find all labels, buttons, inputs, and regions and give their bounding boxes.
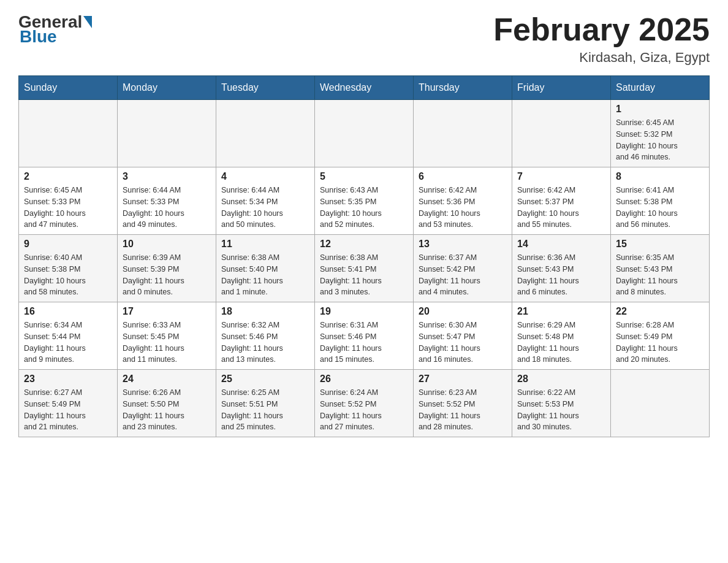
calendar-day-cell: 12Sunrise: 6:38 AMSunset: 5:41 PMDayligh… — [315, 235, 414, 302]
month-title: February 2025 — [493, 12, 710, 47]
calendar-header-row: SundayMondayTuesdayWednesdayThursdayFrid… — [19, 76, 710, 100]
day-info: Sunrise: 6:31 AMSunset: 5:46 PMDaylight:… — [320, 320, 408, 366]
day-info: Sunrise: 6:35 AMSunset: 5:43 PMDaylight:… — [616, 252, 704, 298]
calendar-day-cell: 21Sunrise: 6:29 AMSunset: 5:48 PMDayligh… — [512, 302, 611, 370]
calendar-day-cell: 5Sunrise: 6:43 AMSunset: 5:35 PMDaylight… — [315, 167, 414, 235]
day-number: 5 — [320, 171, 408, 182]
calendar-weekday-header: Monday — [118, 76, 216, 100]
page-header: General Blue February 2025 Kirdasah, Giz… — [18, 12, 710, 66]
calendar-week-row: 23Sunrise: 6:27 AMSunset: 5:49 PMDayligh… — [19, 370, 710, 437]
day-number: 28 — [517, 373, 605, 385]
day-info: Sunrise: 6:45 AMSunset: 5:33 PMDaylight:… — [24, 185, 112, 231]
calendar-day-cell — [216, 100, 315, 167]
calendar-weekday-header: Friday — [512, 76, 611, 100]
day-number: 4 — [221, 171, 309, 182]
day-number: 6 — [419, 171, 507, 182]
day-number: 25 — [221, 373, 309, 385]
calendar-day-cell: 13Sunrise: 6:37 AMSunset: 5:42 PMDayligh… — [414, 235, 512, 302]
day-info: Sunrise: 6:22 AMSunset: 5:53 PMDaylight:… — [517, 387, 605, 433]
calendar-day-cell: 20Sunrise: 6:30 AMSunset: 5:47 PMDayligh… — [414, 302, 512, 370]
calendar-day-cell: 19Sunrise: 6:31 AMSunset: 5:46 PMDayligh… — [315, 302, 414, 370]
day-info: Sunrise: 6:38 AMSunset: 5:40 PMDaylight:… — [221, 252, 309, 298]
day-number: 8 — [616, 171, 704, 182]
day-number: 20 — [419, 306, 507, 317]
day-number: 22 — [616, 306, 704, 317]
location-title: Kirdasah, Giza, Egypt — [493, 50, 710, 66]
calendar-weekday-header: Sunday — [19, 76, 118, 100]
day-number: 24 — [123, 373, 211, 385]
calendar-day-cell: 11Sunrise: 6:38 AMSunset: 5:40 PMDayligh… — [216, 235, 315, 302]
calendar-day-cell: 1Sunrise: 6:45 AMSunset: 5:32 PMDaylight… — [611, 100, 710, 167]
day-info: Sunrise: 6:38 AMSunset: 5:41 PMDaylight:… — [320, 252, 408, 298]
day-info: Sunrise: 6:30 AMSunset: 5:47 PMDaylight:… — [419, 320, 507, 366]
day-number: 23 — [24, 373, 112, 385]
calendar-day-cell: 7Sunrise: 6:42 AMSunset: 5:37 PMDaylight… — [512, 167, 611, 235]
calendar-day-cell — [512, 100, 611, 167]
calendar-day-cell — [611, 370, 710, 437]
day-info: Sunrise: 6:45 AMSunset: 5:32 PMDaylight:… — [616, 117, 704, 163]
calendar-day-cell: 6Sunrise: 6:42 AMSunset: 5:36 PMDaylight… — [414, 167, 512, 235]
calendar-day-cell — [19, 100, 118, 167]
calendar-day-cell: 28Sunrise: 6:22 AMSunset: 5:53 PMDayligh… — [512, 370, 611, 437]
day-info: Sunrise: 6:44 AMSunset: 5:33 PMDaylight:… — [123, 185, 211, 231]
calendar-weekday-header: Tuesday — [216, 76, 315, 100]
logo-blue-text: Blue — [20, 27, 57, 46]
calendar-day-cell: 10Sunrise: 6:39 AMSunset: 5:39 PMDayligh… — [118, 235, 216, 302]
day-info: Sunrise: 6:40 AMSunset: 5:38 PMDaylight:… — [24, 252, 112, 298]
calendar-weekday-header: Saturday — [611, 76, 710, 100]
day-info: Sunrise: 6:23 AMSunset: 5:52 PMDaylight:… — [419, 387, 507, 433]
day-number: 27 — [419, 373, 507, 385]
day-number: 12 — [320, 239, 408, 250]
calendar-day-cell: 18Sunrise: 6:32 AMSunset: 5:46 PMDayligh… — [216, 302, 315, 370]
day-info: Sunrise: 6:41 AMSunset: 5:38 PMDaylight:… — [616, 185, 704, 231]
day-number: 1 — [616, 104, 704, 115]
logo-area: General Blue — [18, 12, 93, 47]
day-info: Sunrise: 6:29 AMSunset: 5:48 PMDaylight:… — [517, 320, 605, 366]
day-info: Sunrise: 6:43 AMSunset: 5:35 PMDaylight:… — [320, 185, 408, 231]
calendar-day-cell: 3Sunrise: 6:44 AMSunset: 5:33 PMDaylight… — [118, 167, 216, 235]
calendar-day-cell: 26Sunrise: 6:24 AMSunset: 5:52 PMDayligh… — [315, 370, 414, 437]
day-number: 11 — [221, 239, 309, 250]
day-number: 2 — [24, 171, 112, 182]
calendar-day-cell: 17Sunrise: 6:33 AMSunset: 5:45 PMDayligh… — [118, 302, 216, 370]
day-info: Sunrise: 6:33 AMSunset: 5:45 PMDaylight:… — [123, 320, 211, 366]
calendar-weekday-header: Wednesday — [315, 76, 414, 100]
calendar-weekday-header: Thursday — [414, 76, 512, 100]
day-info: Sunrise: 6:25 AMSunset: 5:51 PMDaylight:… — [221, 387, 309, 433]
day-number: 15 — [616, 239, 704, 250]
day-number: 10 — [123, 239, 211, 250]
calendar-day-cell: 4Sunrise: 6:44 AMSunset: 5:34 PMDaylight… — [216, 167, 315, 235]
calendar-day-cell: 2Sunrise: 6:45 AMSunset: 5:33 PMDaylight… — [19, 167, 118, 235]
day-info: Sunrise: 6:26 AMSunset: 5:50 PMDaylight:… — [123, 387, 211, 433]
calendar-day-cell: 8Sunrise: 6:41 AMSunset: 5:38 PMDaylight… — [611, 167, 710, 235]
calendar-day-cell — [118, 100, 216, 167]
logo-triangle-icon — [83, 16, 92, 28]
calendar-day-cell: 14Sunrise: 6:36 AMSunset: 5:43 PMDayligh… — [512, 235, 611, 302]
day-number: 16 — [24, 306, 112, 317]
calendar-day-cell: 24Sunrise: 6:26 AMSunset: 5:50 PMDayligh… — [118, 370, 216, 437]
day-info: Sunrise: 6:37 AMSunset: 5:42 PMDaylight:… — [419, 252, 507, 298]
day-number: 19 — [320, 306, 408, 317]
calendar-day-cell: 15Sunrise: 6:35 AMSunset: 5:43 PMDayligh… — [611, 235, 710, 302]
calendar-day-cell: 16Sunrise: 6:34 AMSunset: 5:44 PMDayligh… — [19, 302, 118, 370]
calendar-day-cell: 27Sunrise: 6:23 AMSunset: 5:52 PMDayligh… — [414, 370, 512, 437]
day-number: 13 — [419, 239, 507, 250]
day-info: Sunrise: 6:27 AMSunset: 5:49 PMDaylight:… — [24, 387, 112, 433]
calendar-week-row: 9Sunrise: 6:40 AMSunset: 5:38 PMDaylight… — [19, 235, 710, 302]
calendar-day-cell: 9Sunrise: 6:40 AMSunset: 5:38 PMDaylight… — [19, 235, 118, 302]
day-info: Sunrise: 6:24 AMSunset: 5:52 PMDaylight:… — [320, 387, 408, 433]
day-info: Sunrise: 6:42 AMSunset: 5:37 PMDaylight:… — [517, 185, 605, 231]
calendar-week-row: 2Sunrise: 6:45 AMSunset: 5:33 PMDaylight… — [19, 167, 710, 235]
calendar-day-cell: 25Sunrise: 6:25 AMSunset: 5:51 PMDayligh… — [216, 370, 315, 437]
day-number: 18 — [221, 306, 309, 317]
calendar-day-cell — [315, 100, 414, 167]
calendar-week-row: 1Sunrise: 6:45 AMSunset: 5:32 PMDaylight… — [19, 100, 710, 167]
day-info: Sunrise: 6:42 AMSunset: 5:36 PMDaylight:… — [419, 185, 507, 231]
day-number: 17 — [123, 306, 211, 317]
calendar-day-cell: 22Sunrise: 6:28 AMSunset: 5:49 PMDayligh… — [611, 302, 710, 370]
day-info: Sunrise: 6:34 AMSunset: 5:44 PMDaylight:… — [24, 320, 112, 366]
calendar-day-cell — [414, 100, 512, 167]
day-number: 9 — [24, 239, 112, 250]
title-area: February 2025 Kirdasah, Giza, Egypt — [493, 12, 710, 66]
day-info: Sunrise: 6:44 AMSunset: 5:34 PMDaylight:… — [221, 185, 309, 231]
